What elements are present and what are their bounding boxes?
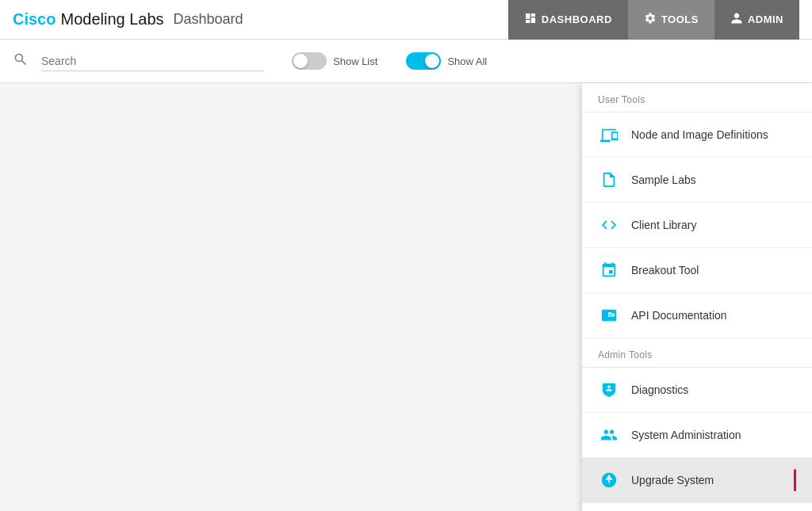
nav-tools-label: TOOLS [661,13,699,25]
search-input[interactable] [41,51,263,71]
app-header: Cisco Modeling Labs Dashboard DASHBOARD … [0,0,812,40]
admin-tools-section-label: Admin Tools [582,338,812,367]
diagnostics-label: Diagnostics [631,383,688,396]
nav-dashboard-label: DASHBOARD [542,13,612,25]
show-all-toggle[interactable] [406,52,441,70]
upgrade-system-label: Upgrade System [631,474,714,486]
api-docs-icon [598,304,620,326]
page-title: Dashboard [174,11,243,28]
breakout-tool-icon [598,259,620,281]
show-list-track [292,52,327,70]
show-all-label: Show All [447,55,487,67]
api-docs-label: API Documentation [631,309,727,322]
client-library-label: Client Library [631,219,696,231]
menu-item-licensing[interactable]: Licensing [582,503,812,511]
show-list-thumb [293,54,308,68]
toolbar: Show List Show All [0,40,812,83]
active-indicator [794,469,796,491]
menu-item-diagnostics[interactable]: Diagnostics [582,368,812,413]
menu-item-api-docs[interactable]: API Documentation [582,293,812,338]
admin-icon [730,12,743,27]
system-admin-label: System Administration [631,429,741,441]
breakout-tool-label: Breakout Tool [631,264,699,276]
main-content: User Tools Node and Image Definitions Sa… [0,83,812,511]
menu-item-sample-labs[interactable]: Sample Labs [582,158,812,203]
menu-item-system-admin[interactable]: System Administration [582,413,812,458]
show-all-track [406,52,441,70]
show-list-toggle[interactable] [292,52,327,70]
menu-item-client-library[interactable]: Client Library [582,203,812,248]
nav-admin-label: ADMIN [748,13,783,25]
tools-dropdown-menu: User Tools Node and Image Definitions Sa… [582,83,812,511]
menu-item-breakout-tool[interactable]: Breakout Tool [582,248,812,293]
diagnostics-icon [598,379,620,401]
logo-rest: Modeling Labs [60,10,163,29]
tools-icon [644,12,657,27]
header-nav: DASHBOARD TOOLS ADMIN [508,0,799,39]
system-admin-icon [598,424,620,446]
show-all-toggle-group: Show All [406,52,487,70]
user-tools-section-label: User Tools [582,83,812,112]
menu-item-upgrade-system[interactable]: Upgrade System [582,458,812,503]
dashboard-icon [524,12,537,27]
app-logo: Cisco Modeling Labs [13,10,164,29]
show-list-label: Show List [333,55,377,67]
sample-labs-icon [598,169,620,191]
client-library-icon [598,214,620,236]
node-image-def-label: Node and Image Definitions [631,128,768,141]
show-all-thumb [425,54,439,68]
search-icon [13,51,29,71]
menu-item-node-image-def[interactable]: Node and Image Definitions [582,112,812,158]
sample-labs-label: Sample Labs [631,174,696,186]
node-def-icon [598,124,620,146]
nav-tools-button[interactable]: TOOLS [628,0,714,40]
upgrade-system-icon [598,469,620,491]
logo-cisco: Cisco [13,10,56,29]
nav-admin-button[interactable]: ADMIN [714,0,799,40]
show-list-toggle-group: Show List [292,52,377,70]
nav-dashboard-button[interactable]: DASHBOARD [508,0,628,40]
